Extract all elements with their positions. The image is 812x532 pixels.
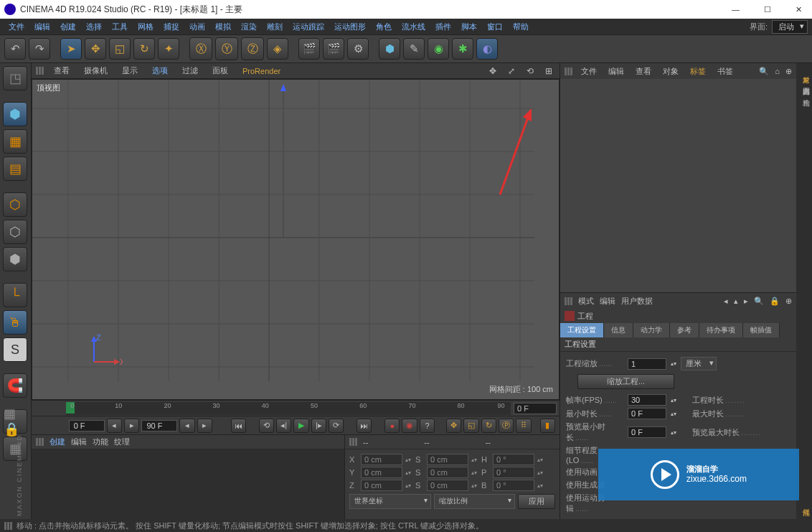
menu-mesh[interactable]: 网格 [133,20,158,34]
vp-panel[interactable]: 面板 [208,64,232,78]
edges-mode-button[interactable]: ⬡ [3,220,27,244]
tab-dynamics[interactable]: 动力学 [633,323,670,337]
vp-camera[interactable]: 摄像机 [80,64,112,78]
pos-y-input[interactable] [361,467,402,478]
project-scale-unit[interactable]: 厘米 [681,357,717,370]
start-prev-button[interactable]: ◂ [107,419,122,433]
pos-key-button[interactable]: ✥ [446,419,461,433]
points-mode-button[interactable]: ⬡ [3,192,27,217]
axis-z-button[interactable]: Ⓩ [241,37,264,60]
select-tool[interactable]: ➤ [60,38,82,60]
axis-x-button[interactable]: Ⓧ [189,37,212,60]
menu-sculpt[interactable]: 雕刻 [263,20,287,34]
mat-edit[interactable]: 编辑 [71,437,87,447]
lock-grid-button[interactable]: ▦🔒 [3,409,27,434]
scale-key-button[interactable]: ◱ [463,419,478,433]
prev-frame-button[interactable]: ◂| [276,419,291,433]
rot-p-input[interactable] [493,467,534,478]
record-key-button[interactable]: ● [384,419,400,433]
attr-prev-icon[interactable]: ◂ [724,297,728,306]
prev-key-button[interactable]: ⟲ [259,419,274,433]
menu-motrack[interactable]: 运动跟踪 [288,20,329,34]
mat-tex[interactable]: 纹理 [114,437,130,447]
attr-edit[interactable]: 编辑 [600,296,615,307]
coord-apply-button[interactable]: 应用 [518,494,555,509]
attr-search-icon[interactable]: 🔍 [754,297,764,306]
array-button[interactable]: ✱ [452,38,473,60]
vp-filter[interactable]: 过滤 [178,64,202,78]
vp-rotate-icon[interactable]: ⟲ [525,66,535,76]
menu-plugins[interactable]: 插件 [431,20,455,34]
axis-button[interactable]: └ [3,283,27,307]
lasttool-button[interactable]: ✦ [158,38,179,60]
goto-start-button[interactable]: ⏮ [231,419,246,433]
pos-x-input[interactable] [361,454,402,465]
rtab-object[interactable]: 对象 [796,66,812,75]
om-plus-icon[interactable]: ⊕ [785,67,792,76]
make-editable-button[interactable]: ◳ [3,66,27,90]
om-search-icon[interactable]: 🔍 [759,67,769,76]
menu-mograph[interactable]: 运动图形 [330,20,370,34]
menu-select[interactable]: 选择 [82,20,106,34]
min-time-input[interactable] [628,408,666,419]
vp-zoom-icon[interactable]: ⤢ [506,66,516,76]
scale-tool[interactable]: ◱ [109,38,131,60]
rtab-layer[interactable]: 层 [796,510,812,519]
menu-script[interactable]: 脚本 [457,20,481,34]
tab-project-settings[interactable]: 工程设置 [560,323,604,337]
end-frame-input[interactable] [141,420,177,431]
polys-mode-button[interactable]: ⬢ [3,247,27,271]
size-z-input[interactable] [427,480,468,491]
move-tool[interactable]: ✥ [85,38,106,60]
attr-next-icon[interactable]: ▸ [744,297,748,306]
vp-view[interactable]: 查看 [49,64,74,78]
play-button[interactable]: ▶ [293,419,308,433]
next-frame-button[interactable]: |▸ [311,419,326,433]
menu-pipeline[interactable]: 流水线 [397,20,430,34]
fps-input[interactable] [628,394,666,406]
menu-window[interactable]: 窗口 [483,20,507,34]
scale-project-button[interactable]: 缩放工程... [577,374,674,389]
axis-y-button[interactable]: Ⓨ [215,37,238,60]
rot-key-button[interactable]: ↻ [481,419,496,433]
size-y-input[interactable] [427,467,468,478]
tab-interp[interactable]: 帧插值 [743,323,780,337]
rotate-tool[interactable]: ↻ [133,38,155,60]
autokey-button[interactable]: ◉ [402,419,417,433]
next-key-button[interactable]: ⟳ [329,419,344,433]
tab-info[interactable]: 信息 [604,323,633,337]
tab-todo[interactable]: 待办事项 [699,323,743,337]
window-maximize[interactable]: ☐ [758,4,777,16]
attr-mode[interactable]: 模式 [578,296,594,307]
om-home-icon[interactable]: ⌂ [775,67,780,75]
menu-tools[interactable]: 工具 [108,20,132,34]
menu-file[interactable]: 文件 [4,20,29,34]
om-edit[interactable]: 编辑 [605,65,627,78]
end-next-button[interactable]: ▸ [197,419,212,433]
magnet-button[interactable]: 🧲 [3,373,27,398]
timeline-ruler[interactable]: 0 10 20 30 40 50 60 70 80 90 [66,402,511,415]
rot-h-input[interactable] [493,454,534,465]
texture-mode-button[interactable]: ▦ [3,129,27,154]
redo-button[interactable]: ↷ [29,38,50,60]
pla-key-button[interactable]: ⠿ [516,419,531,433]
render-region-button[interactable]: 🎬 [323,38,344,60]
mat-func[interactable]: 功能 [93,437,108,447]
vp-options[interactable]: 选项 [148,64,172,78]
timeline-frame-right[interactable]: 0 F [514,403,557,414]
menu-character[interactable]: 角色 [372,20,396,34]
coord-scale-select[interactable]: 缩放比例 [434,494,516,509]
vp-prorender[interactable]: ProRender [238,65,285,77]
menu-animate[interactable]: 动画 [185,20,209,34]
menu-edit[interactable]: 编辑 [30,20,55,34]
menu-create[interactable]: 创建 [56,20,80,34]
cube-primitive-button[interactable]: ⬢ [379,38,400,60]
workspace-select[interactable]: 启动 [772,20,808,34]
menu-snap[interactable]: 捕捉 [159,20,184,34]
param-key-button[interactable]: Ⓟ [499,419,514,433]
vp-display[interactable]: 显示 [118,64,142,78]
attr-lock-icon[interactable]: 🔒 [770,297,780,306]
preview-min-input[interactable] [628,426,666,438]
om-view[interactable]: 查看 [633,65,654,78]
menu-simulate[interactable]: 模拟 [211,20,235,34]
